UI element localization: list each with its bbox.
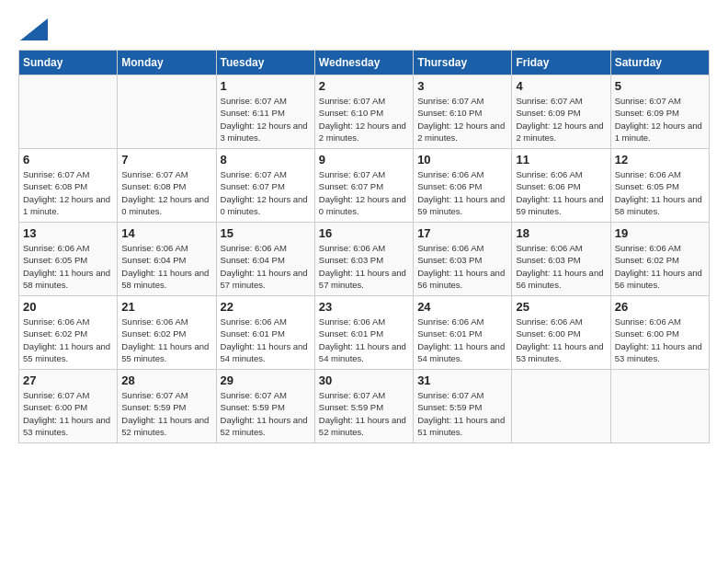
cell-content: Sunrise: 6:06 AM Sunset: 6:01 PM Dayligh… bbox=[319, 316, 409, 364]
day-number: 7 bbox=[121, 153, 211, 167]
day-number: 30 bbox=[319, 373, 409, 387]
logo-icon bbox=[20, 18, 48, 40]
week-row-2: 13Sunrise: 6:06 AM Sunset: 6:05 PM Dayli… bbox=[19, 223, 710, 296]
calendar-cell bbox=[610, 370, 709, 443]
day-number: 4 bbox=[516, 79, 606, 93]
calendar-cell: 1Sunrise: 6:07 AM Sunset: 6:11 PM Daylig… bbox=[216, 75, 314, 149]
week-row-0: 1Sunrise: 6:07 AM Sunset: 6:11 PM Daylig… bbox=[19, 75, 710, 149]
calendar-cell: 14Sunrise: 6:06 AM Sunset: 6:04 PM Dayli… bbox=[118, 223, 216, 296]
cell-content: Sunrise: 6:07 AM Sunset: 6:00 PM Dayligh… bbox=[23, 389, 113, 438]
week-row-4: 27Sunrise: 6:07 AM Sunset: 6:00 PM Dayli… bbox=[19, 370, 710, 443]
day-number: 31 bbox=[417, 373, 507, 387]
calendar-cell: 23Sunrise: 6:06 AM Sunset: 6:01 PM Dayli… bbox=[314, 296, 413, 370]
day-number: 18 bbox=[516, 226, 606, 240]
calendar-cell: 19Sunrise: 6:06 AM Sunset: 6:02 PM Dayli… bbox=[610, 223, 709, 296]
cell-content: Sunrise: 6:07 AM Sunset: 6:08 PM Dayligh… bbox=[23, 168, 113, 217]
calendar-cell bbox=[118, 75, 216, 149]
day-number: 6 bbox=[23, 153, 113, 167]
cell-content: Sunrise: 6:07 AM Sunset: 6:10 PM Dayligh… bbox=[319, 95, 409, 144]
calendar-cell: 2Sunrise: 6:07 AM Sunset: 6:10 PM Daylig… bbox=[314, 75, 413, 149]
day-number: 2 bbox=[319, 79, 409, 93]
calendar-cell: 7Sunrise: 6:07 AM Sunset: 6:08 PM Daylig… bbox=[118, 149, 216, 223]
cell-content: Sunrise: 6:07 AM Sunset: 6:11 PM Dayligh… bbox=[221, 95, 311, 144]
cell-content: Sunrise: 6:07 AM Sunset: 5:59 PM Dayligh… bbox=[319, 389, 409, 438]
calendar-cell: 25Sunrise: 6:06 AM Sunset: 6:00 PM Dayli… bbox=[512, 296, 610, 370]
cell-content: Sunrise: 6:06 AM Sunset: 6:00 PM Dayligh… bbox=[516, 316, 606, 364]
cell-content: Sunrise: 6:06 AM Sunset: 6:03 PM Dayligh… bbox=[319, 242, 409, 291]
cell-content: Sunrise: 6:06 AM Sunset: 6:04 PM Dayligh… bbox=[221, 242, 311, 291]
day-number: 16 bbox=[319, 226, 409, 240]
calendar-cell: 26Sunrise: 6:06 AM Sunset: 6:00 PM Dayli… bbox=[610, 296, 709, 370]
header bbox=[18, 18, 710, 40]
calendar-cell: 22Sunrise: 6:06 AM Sunset: 6:01 PM Dayli… bbox=[216, 296, 314, 370]
calendar-cell: 17Sunrise: 6:06 AM Sunset: 6:03 PM Dayli… bbox=[414, 223, 512, 296]
calendar-cell bbox=[19, 75, 118, 149]
day-number: 9 bbox=[319, 153, 409, 167]
weekday-header-monday: Monday bbox=[118, 51, 216, 75]
calendar-cell: 11Sunrise: 6:06 AM Sunset: 6:06 PM Dayli… bbox=[512, 149, 610, 223]
cell-content: Sunrise: 6:06 AM Sunset: 6:00 PM Dayligh… bbox=[615, 316, 705, 364]
week-row-3: 20Sunrise: 6:06 AM Sunset: 6:02 PM Dayli… bbox=[19, 296, 710, 370]
cell-content: Sunrise: 6:07 AM Sunset: 5:59 PM Dayligh… bbox=[121, 389, 211, 438]
day-number: 10 bbox=[417, 153, 507, 167]
cell-content: Sunrise: 6:07 AM Sunset: 6:09 PM Dayligh… bbox=[516, 95, 606, 144]
day-number: 5 bbox=[615, 79, 705, 93]
day-number: 28 bbox=[121, 373, 211, 387]
day-number: 23 bbox=[319, 300, 409, 314]
day-number: 12 bbox=[615, 153, 705, 167]
calendar-cell: 28Sunrise: 6:07 AM Sunset: 5:59 PM Dayli… bbox=[118, 370, 216, 443]
day-number: 19 bbox=[615, 226, 705, 240]
weekday-header-sunday: Sunday bbox=[19, 51, 118, 75]
calendar-cell: 27Sunrise: 6:07 AM Sunset: 6:00 PM Dayli… bbox=[19, 370, 118, 443]
calendar-cell: 15Sunrise: 6:06 AM Sunset: 6:04 PM Dayli… bbox=[216, 223, 314, 296]
calendar-cell: 3Sunrise: 6:07 AM Sunset: 6:10 PM Daylig… bbox=[414, 75, 512, 149]
cell-content: Sunrise: 6:07 AM Sunset: 5:59 PM Dayligh… bbox=[221, 389, 311, 438]
day-number: 21 bbox=[121, 300, 211, 314]
calendar-cell: 13Sunrise: 6:06 AM Sunset: 6:05 PM Dayli… bbox=[19, 223, 118, 296]
calendar-cell: 6Sunrise: 6:07 AM Sunset: 6:08 PM Daylig… bbox=[19, 149, 118, 223]
logo bbox=[18, 18, 48, 40]
calendar-cell: 31Sunrise: 6:07 AM Sunset: 5:59 PM Dayli… bbox=[414, 370, 512, 443]
cell-content: Sunrise: 6:06 AM Sunset: 6:05 PM Dayligh… bbox=[615, 168, 705, 217]
calendar-cell: 8Sunrise: 6:07 AM Sunset: 6:07 PM Daylig… bbox=[216, 149, 314, 223]
calendar-cell bbox=[512, 370, 610, 443]
calendar-cell: 20Sunrise: 6:06 AM Sunset: 6:02 PM Dayli… bbox=[19, 296, 118, 370]
cell-content: Sunrise: 6:06 AM Sunset: 6:05 PM Dayligh… bbox=[23, 242, 113, 291]
svg-marker-0 bbox=[20, 18, 48, 40]
weekday-header-wednesday: Wednesday bbox=[314, 51, 413, 75]
day-number: 17 bbox=[417, 226, 507, 240]
calendar-cell: 10Sunrise: 6:06 AM Sunset: 6:06 PM Dayli… bbox=[414, 149, 512, 223]
day-number: 27 bbox=[23, 373, 113, 387]
day-number: 1 bbox=[221, 79, 311, 93]
day-number: 15 bbox=[221, 226, 311, 240]
cell-content: Sunrise: 6:06 AM Sunset: 6:03 PM Dayligh… bbox=[417, 242, 507, 291]
day-number: 3 bbox=[417, 79, 507, 93]
cell-content: Sunrise: 6:06 AM Sunset: 6:01 PM Dayligh… bbox=[221, 316, 311, 364]
cell-content: Sunrise: 6:06 AM Sunset: 6:01 PM Dayligh… bbox=[417, 316, 507, 364]
cell-content: Sunrise: 6:06 AM Sunset: 6:02 PM Dayligh… bbox=[121, 316, 211, 364]
weekday-row: SundayMondayTuesdayWednesdayThursdayFrid… bbox=[19, 51, 710, 75]
day-number: 26 bbox=[615, 300, 705, 314]
cell-content: Sunrise: 6:06 AM Sunset: 6:02 PM Dayligh… bbox=[615, 242, 705, 291]
cell-content: Sunrise: 6:07 AM Sunset: 6:09 PM Dayligh… bbox=[615, 95, 705, 144]
calendar-header: SundayMondayTuesdayWednesdayThursdayFrid… bbox=[19, 51, 710, 75]
calendar-cell: 21Sunrise: 6:06 AM Sunset: 6:02 PM Dayli… bbox=[118, 296, 216, 370]
calendar-cell: 12Sunrise: 6:06 AM Sunset: 6:05 PM Dayli… bbox=[610, 149, 709, 223]
calendar-table: SundayMondayTuesdayWednesdayThursdayFrid… bbox=[18, 50, 710, 443]
cell-content: Sunrise: 6:07 AM Sunset: 5:59 PM Dayligh… bbox=[417, 389, 507, 438]
calendar-cell: 9Sunrise: 6:07 AM Sunset: 6:07 PM Daylig… bbox=[314, 149, 413, 223]
cell-content: Sunrise: 6:07 AM Sunset: 6:07 PM Dayligh… bbox=[221, 168, 311, 217]
calendar-cell: 24Sunrise: 6:06 AM Sunset: 6:01 PM Dayli… bbox=[414, 296, 512, 370]
day-number: 8 bbox=[221, 153, 311, 167]
calendar-cell: 16Sunrise: 6:06 AM Sunset: 6:03 PM Dayli… bbox=[314, 223, 413, 296]
day-number: 14 bbox=[121, 226, 211, 240]
day-number: 11 bbox=[516, 153, 606, 167]
calendar-cell: 5Sunrise: 6:07 AM Sunset: 6:09 PM Daylig… bbox=[610, 75, 709, 149]
cell-content: Sunrise: 6:07 AM Sunset: 6:08 PM Dayligh… bbox=[121, 168, 211, 217]
calendar-body: 1Sunrise: 6:07 AM Sunset: 6:11 PM Daylig… bbox=[19, 75, 710, 443]
weekday-header-saturday: Saturday bbox=[610, 51, 709, 75]
cell-content: Sunrise: 6:06 AM Sunset: 6:06 PM Dayligh… bbox=[417, 168, 507, 217]
calendar-cell: 4Sunrise: 6:07 AM Sunset: 6:09 PM Daylig… bbox=[512, 75, 610, 149]
cell-content: Sunrise: 6:06 AM Sunset: 6:04 PM Dayligh… bbox=[121, 242, 211, 291]
day-number: 24 bbox=[417, 300, 507, 314]
